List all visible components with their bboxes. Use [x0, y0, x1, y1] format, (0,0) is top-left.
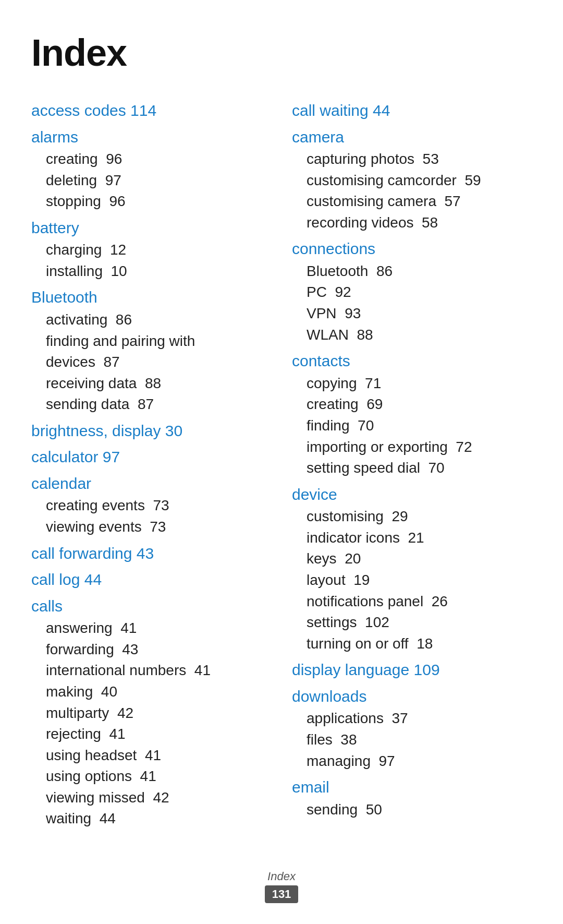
right-column: call waiting 44cameracapturing photos 53…: [292, 100, 532, 835]
index-entry: devicecustomising 29indicator icons 21ke…: [292, 484, 532, 655]
sub-entries: activating 86finding and pairing with de…: [31, 309, 271, 415]
sub-entry: answering 41: [46, 618, 271, 639]
index-entry: calculator 97: [31, 447, 271, 468]
entry-heading: call forwarding 43: [31, 543, 271, 565]
index-entry: display language 109: [292, 659, 532, 681]
index-entry: contactscopying 71creating 69finding 70i…: [292, 351, 532, 478]
entry-heading: email: [292, 777, 532, 798]
sub-entry: viewing events 73: [46, 517, 271, 538]
index-entry: emailsending 50: [292, 777, 532, 820]
sub-entry: installing 10: [46, 261, 271, 282]
index-entry: cameracapturing photos 53customising cam…: [292, 127, 532, 234]
sub-entry: rejecting 41: [46, 724, 271, 745]
sub-entry: customising camera 57: [307, 191, 532, 212]
sub-entries: applications 37files 38managing 97: [292, 708, 532, 772]
sub-entries: copying 71creating 69finding 70importing…: [292, 373, 532, 479]
sub-entry: making 40: [46, 681, 271, 703]
entry-heading: call log 44: [31, 569, 271, 591]
sub-entry: copying 71: [307, 373, 532, 394]
sub-entry: customising 29: [307, 506, 532, 527]
sub-entry: multiparty 42: [46, 703, 271, 724]
entry-heading: brightness, display 30: [31, 421, 271, 442]
sub-entry: managing 97: [307, 751, 532, 772]
entry-heading: display language 109: [292, 659, 532, 681]
sub-entry: importing or exporting 72: [307, 437, 532, 458]
sub-entry: applications 37: [307, 708, 532, 729]
index-entry: downloadsapplications 37files 38managing…: [292, 686, 532, 772]
entry-heading: device: [292, 484, 532, 506]
sub-entry: using headset 41: [46, 745, 271, 766]
entry-heading: calendar: [31, 473, 271, 495]
sub-entry: setting speed dial 70: [307, 458, 532, 479]
index-entry: connectionsBluetooth 86PC 92VPN 93WLAN 8…: [292, 238, 532, 345]
page-footer: Index 131: [0, 870, 563, 903]
sub-entry: charging 12: [46, 239, 271, 261]
sub-entry: files 38: [307, 729, 532, 751]
index-entry: call forwarding 43: [31, 543, 271, 565]
sub-entry: stopping 96: [46, 191, 271, 212]
sub-entry: settings 102: [307, 612, 532, 633]
sub-entries: creating 96deleting 97stopping 96: [31, 149, 271, 212]
sub-entry: layout 19: [307, 570, 532, 591]
index-entry: alarmscreating 96deleting 97stopping 96: [31, 127, 271, 212]
sub-entries: charging 12installing 10: [31, 239, 271, 282]
sub-entry: finding and pairing with devices 87: [46, 331, 271, 373]
sub-entries: creating events 73viewing events 73: [31, 495, 271, 537]
sub-entry: turning on or off 18: [307, 633, 532, 655]
sub-entry: forwarding 43: [46, 639, 271, 661]
sub-entry: creating 69: [307, 394, 532, 415]
sub-entry: VPN 93: [307, 303, 532, 325]
sub-entry: sending 50: [307, 799, 532, 821]
sub-entry: deleting 97: [46, 170, 271, 191]
entry-heading: alarms: [31, 127, 271, 148]
entry-heading: contacts: [292, 351, 532, 372]
sub-entry: WLAN 88: [307, 325, 532, 346]
sub-entries: sending 50: [292, 799, 532, 821]
sub-entry: waiting 44: [46, 808, 271, 830]
footer-label: Index: [0, 870, 563, 883]
index-columns: access codes 114alarmscreating 96deletin…: [31, 100, 532, 835]
entry-heading: access codes 114: [31, 100, 271, 122]
sub-entry: international numbers 41: [46, 660, 271, 681]
sub-entry: PC 92: [307, 282, 532, 303]
sub-entry: viewing missed 42: [46, 787, 271, 809]
sub-entry: indicator icons 21: [307, 527, 532, 549]
sub-entry: capturing photos 53: [307, 149, 532, 170]
index-entry: Bluetoothactivating 86finding and pairin…: [31, 287, 271, 415]
sub-entries: answering 41forwarding 43international n…: [31, 618, 271, 830]
sub-entry: creating 96: [46, 149, 271, 170]
index-entry: calendarcreating events 73viewing events…: [31, 473, 271, 538]
page-title: Index: [31, 31, 532, 74]
index-entry: batterycharging 12installing 10: [31, 218, 271, 282]
sub-entry: using options 41: [46, 766, 271, 787]
index-entry: call waiting 44: [292, 100, 532, 122]
footer-pagenum: 131: [265, 885, 299, 903]
left-column: access codes 114alarmscreating 96deletin…: [31, 100, 271, 835]
entry-heading: call waiting 44: [292, 100, 532, 122]
sub-entry: finding 70: [307, 415, 532, 437]
entry-heading: battery: [31, 218, 271, 239]
sub-entry: recording videos 58: [307, 212, 532, 234]
entry-heading: downloads: [292, 686, 532, 707]
entry-heading: Bluetooth: [31, 287, 271, 308]
index-entry: access codes 114: [31, 100, 271, 122]
sub-entry: sending data 87: [46, 394, 271, 415]
sub-entries: capturing photos 53customising camcorder…: [292, 149, 532, 233]
sub-entry: activating 86: [46, 309, 271, 331]
sub-entry: creating events 73: [46, 495, 271, 517]
sub-entry: Bluetooth 86: [307, 261, 532, 282]
entry-heading: calls: [31, 596, 271, 617]
sub-entries: customising 29indicator icons 21keys 20l…: [292, 506, 532, 654]
sub-entries: Bluetooth 86PC 92VPN 93WLAN 88: [292, 261, 532, 345]
entry-heading: camera: [292, 127, 532, 148]
index-entry: callsanswering 41forwarding 43internatio…: [31, 596, 271, 830]
sub-entry: receiving data 88: [46, 373, 271, 394]
sub-entry: notifications panel 26: [307, 591, 532, 613]
index-entry: brightness, display 30: [31, 421, 271, 442]
sub-entry: customising camcorder 59: [307, 170, 532, 191]
sub-entry: keys 20: [307, 548, 532, 570]
index-entry: call log 44: [31, 569, 271, 591]
entry-heading: connections: [292, 238, 532, 260]
entry-heading: calculator 97: [31, 447, 271, 468]
